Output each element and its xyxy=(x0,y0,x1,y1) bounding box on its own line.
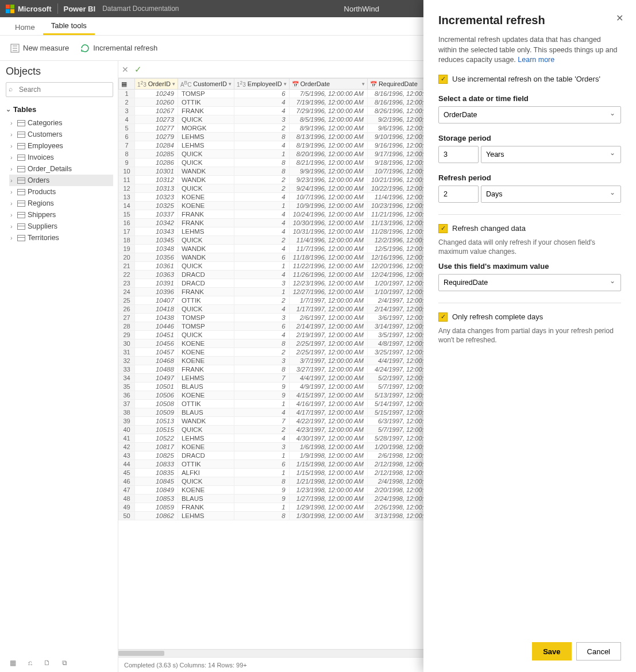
table-row[interactable]: 3010456KOENE82/25/1997, 12:00:00 AM4/8/1… xyxy=(119,339,473,348)
col-header-employeeid[interactable]: 123EmployeeID▾ xyxy=(234,79,290,90)
table-row[interactable]: 810285QUICK18/20/1996, 12:00:00 AM9/17/1… xyxy=(119,150,473,159)
col-header-customerid[interactable]: ABCCustomerID▾ xyxy=(178,79,234,90)
table-row[interactable]: 2210363DRACD411/26/1996, 12:00:00 AM12/2… xyxy=(119,271,473,279)
data-view-icon[interactable]: ▦ xyxy=(8,658,17,667)
complete-days-checkbox[interactable]: ✓ xyxy=(438,312,448,322)
tab-home[interactable]: Home xyxy=(7,20,43,35)
search-icon: ⌕ xyxy=(9,85,13,93)
table-row[interactable]: 710284LEHMS48/19/1996, 12:00:00 AM9/16/1… xyxy=(119,141,473,150)
table-row[interactable]: 4510835ALFKI11/15/1998, 12:00:00 AM2/12/… xyxy=(119,469,473,477)
sidebar-item-employees[interactable]: Employees xyxy=(9,140,113,152)
table-row[interactable]: 3910513WANDK74/22/1997, 12:00:00 AM6/3/1… xyxy=(119,417,473,426)
sidebar-item-invoices[interactable]: Invoices xyxy=(9,152,113,163)
table-row[interactable]: 4410833OTTIK61/15/1998, 12:00:00 AM2/12/… xyxy=(119,460,473,469)
table-row[interactable]: 3410497LEHMS74/4/1997, 12:00:00 AM5/2/19… xyxy=(119,374,473,383)
sidebar-item-products[interactable]: Products xyxy=(9,186,113,198)
table-row[interactable]: 2810446TOMSP62/14/1997, 12:00:00 AM3/14/… xyxy=(119,322,473,331)
learn-more-link[interactable]: Learn more xyxy=(518,56,554,64)
table-row[interactable]: 4110522LEHMS44/30/1997, 12:00:00 AM5/28/… xyxy=(119,434,473,443)
search-input[interactable] xyxy=(6,82,113,97)
ms-brand: Microsoft xyxy=(18,5,52,13)
use-incremental-label: Use incremental refresh on the table 'Or… xyxy=(452,75,600,83)
table-row[interactable]: 1210313QUICK29/24/1996, 12:00:00 AM10/22… xyxy=(119,184,473,193)
table-row[interactable]: 5010862LEHMS81/30/1998, 12:00:00 AM3/13/… xyxy=(119,512,473,520)
save-button[interactable]: Save xyxy=(532,642,571,661)
table-row[interactable]: 310267FRANK47/29/1996, 12:00:00 AM8/26/1… xyxy=(119,107,473,115)
table-row[interactable]: 1010301WANDK89/9/1996, 12:00:00 AM10/7/1… xyxy=(119,167,473,176)
table-row[interactable]: 510277MORGK28/9/1996, 12:00:00 AM9/6/199… xyxy=(119,124,473,133)
table-row[interactable]: 1710343LEHMS410/31/1996, 12:00:00 AM11/2… xyxy=(119,227,473,236)
table-icon xyxy=(17,235,25,241)
table-row[interactable]: 3710508OTTIK14/16/1997, 12:00:00 AM5/14/… xyxy=(119,400,473,408)
table-row[interactable]: 3810509BLAUS44/17/1997, 12:00:00 AM5/15/… xyxy=(119,408,473,417)
refresh-unit-select[interactable] xyxy=(481,186,621,203)
refresh-changed-checkbox[interactable]: ✓ xyxy=(438,224,448,233)
table-row[interactable]: 1510337FRANK410/24/1996, 12:00:00 AM11/2… xyxy=(119,210,473,219)
query-view-icon[interactable]: 🗋 xyxy=(43,658,52,667)
table-row[interactable]: 2110361QUICK111/22/1996, 12:00:00 AM12/2… xyxy=(119,262,473,271)
cancel-icon[interactable]: ✕ xyxy=(122,65,129,74)
table-row[interactable]: 2010356WANDK611/18/1996, 12:00:00 AM12/1… xyxy=(119,253,473,262)
table-row[interactable]: 110249TOMSP67/5/1996, 12:00:00 AM8/16/19… xyxy=(119,90,473,98)
sidebar-item-order_details[interactable]: Order_Details xyxy=(9,163,113,175)
sidebar-item-regions[interactable]: Regions xyxy=(9,198,113,209)
table-row[interactable]: 610279LEHMS88/13/1996, 12:00:00 AM9/10/1… xyxy=(119,133,473,141)
sidebar-item-shippers[interactable]: Shippers xyxy=(9,209,113,221)
tab-table-tools[interactable]: Table tools xyxy=(43,18,95,35)
max-field-select[interactable] xyxy=(438,274,621,291)
table-row[interactable]: 4610845QUICK81/21/1998, 12:00:00 AM2/4/1… xyxy=(119,477,473,486)
date-field-select[interactable] xyxy=(438,106,621,123)
col-header-orderid[interactable]: 123OrderID▾ xyxy=(135,79,178,90)
commit-icon[interactable]: ✓ xyxy=(134,64,142,75)
sidebar-item-territories[interactable]: Territories xyxy=(9,232,113,244)
table-row[interactable]: 1910348WANDK411/7/1996, 12:00:00 AM12/5/… xyxy=(119,245,473,253)
table-row[interactable]: 1410325KOENE110/9/1996, 12:00:00 AM10/23… xyxy=(119,202,473,210)
table-row[interactable]: 2510407OTTIK21/7/1997, 12:00:00 AM2/4/19… xyxy=(119,296,473,305)
sidebar-item-suppliers[interactable]: Suppliers xyxy=(9,221,113,232)
table-row[interactable]: 3610506KOENE94/15/1997, 12:00:00 AM5/13/… xyxy=(119,391,473,400)
close-icon[interactable]: ✕ xyxy=(616,13,623,24)
storage-number-input[interactable] xyxy=(438,146,479,163)
table-row[interactable]: 4010515QUICK24/23/1997, 12:00:00 AM5/7/1… xyxy=(119,426,473,434)
new-measure-button[interactable]: New measure xyxy=(10,44,69,53)
table-row[interactable]: 2910451QUICK42/19/1997, 12:00:00 AM3/5/1… xyxy=(119,331,473,339)
relations-view-icon[interactable]: ⧉ xyxy=(60,658,69,667)
table-icon: ▦ xyxy=(121,80,127,87)
table-row[interactable]: 210260OTTIK47/19/1996, 12:00:00 AM8/16/1… xyxy=(119,98,473,107)
table-row[interactable]: 4210817KOENE31/6/1998, 12:00:00 AM1/20/1… xyxy=(119,443,473,451)
cancel-button[interactable]: Cancel xyxy=(576,642,621,661)
measure-icon xyxy=(10,44,20,53)
table-row[interactable]: 2610418QUICK41/17/1997, 12:00:00 AM2/14/… xyxy=(119,305,473,314)
table-icon xyxy=(17,212,25,218)
table-row[interactable]: 2310391DRACD312/23/1996, 12:00:00 AM1/20… xyxy=(119,279,473,288)
refresh-changed-desc: Changed data will only refresh if your c… xyxy=(438,238,621,256)
data-grid[interactable]: ▦123OrderID▾ABCCustomerID▾123EmployeeID▾… xyxy=(118,78,473,520)
table-row[interactable]: 410273QUICK38/5/1996, 12:00:00 AM9/2/199… xyxy=(119,115,473,124)
incremental-refresh-button[interactable]: Incremental refresh xyxy=(80,44,157,53)
table-row[interactable]: 1810345QUICK211/4/1996, 12:00:00 AM12/2/… xyxy=(119,236,473,245)
table-row[interactable]: 3210468KOENE33/7/1997, 12:00:00 AM4/4/19… xyxy=(119,357,473,365)
table-row[interactable]: 2410396FRANK112/27/1996, 12:00:00 AM1/10… xyxy=(119,288,473,296)
sidebar-item-customers[interactable]: Customers xyxy=(9,129,113,140)
sidebar-item-categories[interactable]: Categories xyxy=(9,117,113,129)
table-row[interactable]: 3510501BLAUS94/9/1997, 12:00:00 AM5/7/19… xyxy=(119,383,473,391)
table-row[interactable]: 4710849KOENE91/23/1998, 12:00:00 AM2/20/… xyxy=(119,486,473,495)
table-row[interactable]: 1110312WANDK29/23/1996, 12:00:00 AM10/21… xyxy=(119,176,473,184)
date-field-label: Select a date or time field xyxy=(438,94,621,103)
table-row[interactable]: 1310323KOENE410/7/1996, 12:00:00 AM11/4/… xyxy=(119,193,473,202)
table-row[interactable]: 910286QUICK88/21/1996, 12:00:00 AM9/18/1… xyxy=(119,159,473,167)
use-incremental-checkbox[interactable]: ✓ xyxy=(438,75,448,84)
table-row[interactable]: 4910859FRANK11/29/1998, 12:00:00 AM2/26/… xyxy=(119,503,473,512)
model-view-icon[interactable]: ⎌ xyxy=(25,658,34,667)
table-row[interactable]: 1610342FRANK410/30/1996, 12:00:00 AM11/1… xyxy=(119,219,473,227)
table-row[interactable]: 4310825DRACD11/9/1998, 12:00:00 AM2/6/19… xyxy=(119,451,473,460)
table-row[interactable]: 4810853BLAUS91/27/1998, 12:00:00 AM2/24/… xyxy=(119,495,473,503)
table-row[interactable]: 3310488FRANK83/27/1997, 12:00:00 AM4/24/… xyxy=(119,365,473,374)
table-row[interactable]: 3110457KOENE22/25/1997, 12:00:00 AM3/25/… xyxy=(119,348,473,357)
tables-group[interactable]: Tables xyxy=(6,105,113,114)
storage-unit-select[interactable] xyxy=(481,146,621,163)
sidebar-item-orders[interactable]: Orders xyxy=(9,175,113,186)
col-header-orderdate[interactable]: 📅OrderDate▾ xyxy=(289,79,367,90)
table-row[interactable]: 2710438TOMSP32/6/1997, 12:00:00 AM3/6/19… xyxy=(119,314,473,322)
refresh-number-input[interactable] xyxy=(438,186,479,203)
